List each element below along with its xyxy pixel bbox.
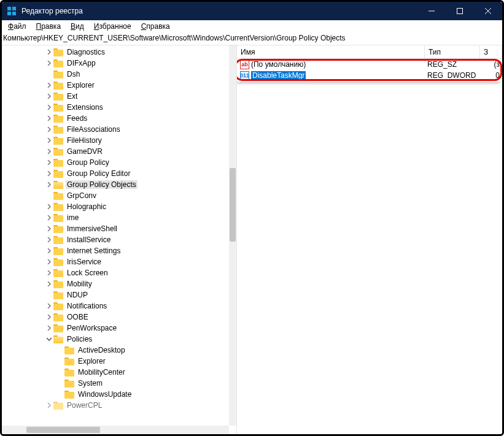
tree-node[interactable]: Explorer (2, 356, 229, 367)
tree-node[interactable]: Extensions (2, 102, 229, 113)
folder-icon (53, 280, 63, 288)
chevron-right-icon[interactable] (45, 400, 53, 411)
tree-node-label: Extensions (66, 103, 104, 112)
tree-node[interactable]: Diagnostics (2, 47, 229, 58)
values-pane: Имя Тип З ab(По умолчанию)REG_SZ(з011Dis… (237, 45, 502, 434)
tree-node[interactable]: MobilityCenter (2, 367, 229, 378)
chevron-right-icon[interactable] (45, 278, 53, 289)
tree-node[interactable]: InstallService (2, 234, 229, 245)
tree-node[interactable]: Policies (2, 334, 229, 345)
tree-node[interactable]: ActiveDesktop (2, 345, 229, 356)
chevron-right-icon[interactable] (45, 179, 53, 190)
folder-icon (53, 137, 63, 145)
tree-node[interactable]: IrisService (2, 256, 229, 267)
chevron-right-icon[interactable] (45, 234, 53, 245)
chevron-right-icon[interactable] (45, 256, 53, 267)
tree-node[interactable]: Group Policy Objects (2, 179, 229, 190)
tree-node[interactable]: Holographic (2, 201, 229, 212)
maximize-button[interactable] (446, 2, 474, 20)
chevron-right-icon[interactable] (45, 124, 53, 135)
close-button[interactable] (474, 2, 502, 20)
minimize-button[interactable] (417, 2, 446, 20)
chevron-right-icon[interactable] (45, 113, 53, 124)
chevron-right-icon[interactable] (45, 245, 53, 256)
scrollbar-thumb[interactable] (26, 427, 100, 433)
address-bar[interactable]: Компьютер\HKEY_CURRENT_USER\Software\Mic… (2, 33, 502, 45)
tree-node[interactable]: Feeds (2, 113, 229, 124)
folder-icon (53, 126, 63, 134)
chevron-down-icon[interactable] (45, 334, 53, 345)
tree-node[interactable]: PowerCPL (2, 400, 229, 411)
chevron-right-icon[interactable] (45, 212, 53, 223)
tree-node[interactable]: Explorer (2, 80, 229, 91)
chevron-right-icon[interactable] (45, 201, 53, 212)
folder-icon (64, 358, 74, 365)
tree-node[interactable]: ImmersiveShell (2, 223, 229, 234)
column-data[interactable]: З (480, 45, 502, 58)
chevron-right-icon[interactable] (45, 80, 53, 91)
chevron-right-icon[interactable] (45, 135, 53, 146)
tree-node-label: Explorer (77, 357, 107, 365)
menu-favorites[interactable]: Избранное (89, 21, 136, 31)
tree-node-label: ime (66, 213, 80, 222)
folder-icon (53, 225, 63, 233)
tree-vertical-scrollbar[interactable] (229, 45, 236, 426)
tree-scroll-area[interactable]: DiagnosticsDIFxAppDshExplorerExtExtensio… (2, 45, 229, 426)
scrollbar-thumb[interactable] (230, 168, 236, 242)
chevron-right-icon[interactable] (45, 47, 53, 58)
tree-node-label: Ext (66, 92, 79, 101)
tree-node[interactable]: DIFxApp (2, 58, 229, 69)
tree-horizontal-scrollbar[interactable] (2, 426, 229, 434)
column-name[interactable]: Имя (237, 45, 425, 58)
value-type: REG_DWORD (424, 71, 479, 80)
chevron-right-icon[interactable] (45, 267, 53, 278)
value-row[interactable]: 011DisableTaskMgrREG_DWORD0 (237, 70, 502, 81)
chevron-right-icon[interactable] (45, 102, 53, 113)
tree-node-label: MobilityCenter (77, 368, 126, 377)
menu-bar: Файл Правка Вид Избранное Справка (2, 20, 502, 33)
chevron-right-icon[interactable] (45, 91, 53, 102)
tree-node[interactable]: Dsh (2, 69, 229, 80)
tree-node[interactable]: Group Policy (2, 157, 229, 168)
tree-node-label: Lock Screen (66, 269, 109, 277)
tree-node[interactable]: Lock Screen (2, 267, 229, 278)
menu-file[interactable]: Файл (3, 21, 31, 31)
chevron-right-icon[interactable] (45, 323, 53, 334)
value-row[interactable]: ab(По умолчанию)REG_SZ(з (237, 59, 502, 70)
window-controls (417, 2, 502, 20)
chevron-right-icon[interactable] (45, 58, 53, 69)
column-type[interactable]: Тип (425, 45, 480, 58)
tree-node[interactable]: Mobility (2, 278, 229, 289)
tree-node-label: Holographic (66, 202, 107, 211)
tree-node[interactable]: FileAssociations (2, 124, 229, 135)
chevron-right-icon[interactable] (45, 157, 53, 168)
folder-icon (53, 170, 63, 178)
tree-node[interactable]: GrpConv (2, 190, 229, 201)
tree-node[interactable]: ime (2, 212, 229, 223)
tree-node[interactable]: GameDVR (2, 146, 229, 157)
tree-node[interactable]: Group Policy Editor (2, 168, 229, 179)
tree-node[interactable]: FileHistory (2, 135, 229, 146)
tree-node[interactable]: OOBE (2, 312, 229, 323)
tree-node-label: DIFxApp (66, 59, 97, 67)
tree-node[interactable]: WindowsUpdate (2, 389, 229, 400)
menu-view[interactable]: Вид (66, 21, 89, 31)
folder-icon (53, 82, 63, 90)
tree-node[interactable]: Notifications (2, 300, 229, 312)
tree-node-label: Diagnostics (66, 48, 106, 56)
menu-help[interactable]: Справка (136, 21, 175, 31)
chevron-right-icon[interactable] (45, 223, 53, 234)
folder-icon (64, 369, 74, 377)
chevron-right-icon[interactable] (45, 168, 53, 179)
tree-node[interactable]: NDUP (2, 289, 229, 300)
menu-edit[interactable]: Правка (31, 21, 66, 31)
chevron-right-icon[interactable] (45, 312, 53, 323)
tree-node[interactable]: System (2, 378, 229, 389)
chevron-right-icon[interactable] (45, 300, 53, 312)
chevron-none (56, 378, 64, 389)
tree-node[interactable]: Internet Settings (2, 245, 229, 256)
tree-node[interactable]: Ext (2, 91, 229, 102)
chevron-right-icon[interactable] (45, 146, 53, 157)
chevron-none (56, 356, 64, 367)
tree-node[interactable]: PenWorkspace (2, 323, 229, 334)
